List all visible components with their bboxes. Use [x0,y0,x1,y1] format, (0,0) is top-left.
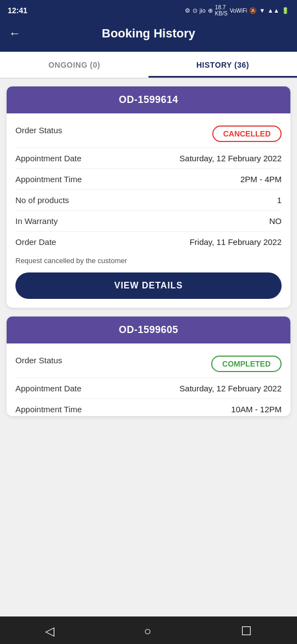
back-button[interactable]: ← [9,26,21,41]
tabs-container: ONGOING (0) HISTORY (36) [0,52,297,79]
jio-icon: jio [200,7,206,14]
order-date-value: Friday, 11 February 2022 [148,237,282,247]
status-time: 12:41 [8,6,28,15]
order-date-label: Order Date [15,237,148,247]
appointment-time-label-2: Appointment Time [15,405,148,414]
kb-text: 18.7KB/S [215,4,228,17]
appointment-date-row-2: Appointment Date Saturday, 12 February 2… [15,378,282,399]
appointment-time-label: Appointment Time [15,174,148,184]
wifi-strength-icon: ▼ [259,7,265,14]
status-icons: ⚙ ⊙ jio ⊕ 18.7KB/S VoWiFi 🔕 ▼ ▲▲ 🔋 [185,4,289,17]
appointment-time-row-2: Appointment Time 10AM - 12PM [15,399,282,416]
wifi-icon: ⊙ [193,7,197,14]
appointment-date-label-2: Appointment Date [15,384,148,393]
tab-ongoing[interactable]: ONGOING (0) [0,52,148,78]
warranty-row: In Warranty NO [15,211,282,232]
order-id-1: OD-1599614 [119,94,178,105]
products-row: No of products 1 [15,190,282,211]
order-status-row: Order Status CANCELLED [15,120,282,148]
nav-recents-icon[interactable]: ☐ [241,624,252,638]
order-card-header-2: OD-1599605 [7,316,290,343]
order-card-1: OD-1599614 Order Status CANCELLED Appoin… [7,86,290,308]
warranty-label: In Warranty [15,216,148,226]
order-status-label-2: Order Status [15,356,211,365]
status-bar: 12:41 ⚙ ⊙ jio ⊕ 18.7KB/S VoWiFi 🔕 ▼ ▲▲ 🔋 [0,0,297,20]
nav-home-icon[interactable]: ○ [144,624,151,638]
appointment-date-value: Saturday, 12 February 2022 [148,154,282,163]
warranty-value: NO [148,216,282,226]
order-card-2: OD-1599605 Order Status COMPLETED Appoin… [7,316,290,416]
appointment-time-row: Appointment Time 2PM - 4PM [15,169,282,190]
signal-icon: ⚙ [185,7,190,14]
page-title: Booking History [26,26,271,41]
appointment-time-value-2: 10AM - 12PM [148,405,282,414]
order-card-header-1: OD-1599614 [7,86,290,113]
globe-icon: ⊕ [208,7,213,14]
order-body-1: Order Status CANCELLED Appointment Date … [7,113,290,308]
header: ← Booking History [0,20,297,52]
view-details-button-1[interactable]: VIEW DETAILS [15,272,282,299]
status-badge-completed: COMPLETED [211,356,282,372]
appointment-date-value-2: Saturday, 12 February 2022 [148,384,282,393]
signal-strength-icon: ▲▲ [267,7,279,14]
bottom-nav: ◁ ○ ☐ [0,616,297,644]
order-body-2: Order Status COMPLETED Appointment Date … [7,343,290,416]
appointment-time-value: 2PM - 4PM [148,174,282,184]
products-value: 1 [148,195,282,205]
status-badge-cancelled: CANCELLED [212,125,282,142]
nav-back-icon[interactable]: ◁ [45,624,54,638]
appointment-date-row: Appointment Date Saturday, 12 February 2… [15,148,282,169]
battery-icon: 🔋 [282,7,289,14]
order-status-label: Order Status [15,125,212,135]
order-status-row-2: Order Status COMPLETED [15,350,282,378]
tab-history[interactable]: HISTORY (36) [148,52,297,78]
content-area: OD-1599614 Order Status CANCELLED Appoin… [0,79,297,616]
order-id-2: OD-1599605 [119,324,178,335]
mute-icon: 🔕 [249,7,257,14]
order-date-row: Order Date Friday, 11 February 2022 [15,232,282,252]
appointment-date-label: Appointment Date [15,154,148,163]
vowifi-icon: VoWiFi [230,8,248,14]
cancel-note: Request cancelled by the customer [15,252,282,267]
products-label: No of products [15,195,148,205]
